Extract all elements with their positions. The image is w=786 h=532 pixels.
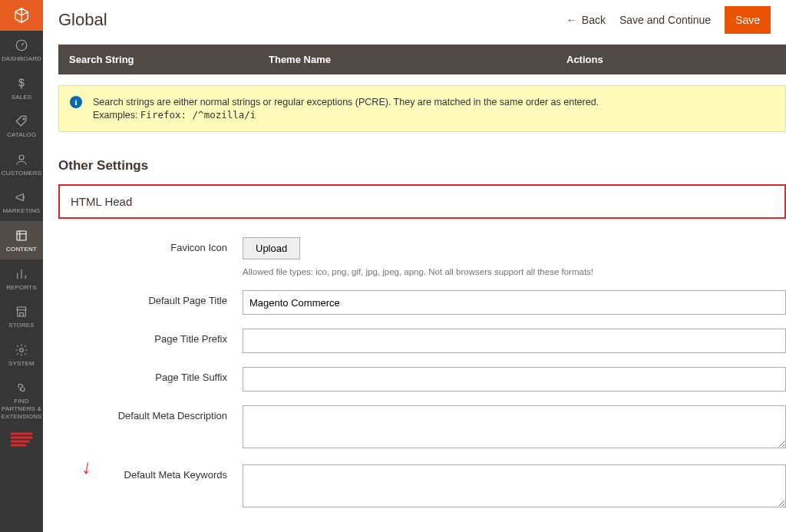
default-page-title-label: Default Page Title — [58, 290, 243, 306]
favicon-help-text: Allowed file types: ico, png, gif, jpg, … — [243, 267, 786, 276]
person-icon — [15, 153, 28, 167]
gear-icon — [15, 343, 28, 357]
link-icon — [15, 381, 28, 395]
dollar-icon — [15, 77, 28, 91]
panel-html-head-header[interactable]: HTML Head — [58, 184, 786, 219]
layers-icon — [15, 229, 28, 243]
default-page-title-input[interactable] — [243, 290, 786, 315]
sidebar-item-label: Customers — [2, 170, 41, 177]
page-title-suffix-label: Page Title Suffix — [58, 367, 243, 383]
html-head-form: Favicon Icon Upload Allowed file types: … — [58, 237, 786, 532]
sidebar-item-sales[interactable]: Sales — [0, 69, 43, 107]
sidebar-item-content[interactable]: Content — [0, 221, 43, 259]
info-examples-code: Firefox: /^mozilla/i — [140, 109, 256, 121]
bars-icon — [15, 267, 28, 281]
megaphone-icon — [15, 190, 28, 204]
sidebar-item-label: Find Partners & Extensions — [1, 398, 41, 420]
col-theme-name: Theme Name — [258, 45, 556, 74]
section-other-settings: Other Settings — [58, 158, 786, 173]
svg-point-4 — [20, 349, 24, 352]
sidebar-item-dashboard[interactable]: Dashboard — [0, 31, 43, 69]
sidebar-item-label: Content — [6, 246, 37, 253]
arrow-left-icon: ← — [566, 14, 577, 26]
col-actions: Actions — [556, 45, 786, 74]
back-button[interactable]: ← Back — [566, 14, 606, 26]
svg-point-1 — [23, 118, 25, 120]
favicon-upload-button[interactable]: Upload — [243, 237, 300, 259]
sidebar-item-label: Stores — [8, 322, 35, 329]
info-message: i Search strings are either normal strin… — [58, 85, 786, 132]
sidebar-item-label: Sales — [12, 94, 32, 101]
svg-rect-3 — [17, 231, 26, 240]
sidebar-item-label: Reports — [6, 284, 37, 292]
sidebar-item-label: System — [8, 360, 35, 368]
sidebar-item-find-partners-extensions[interactable]: Find Partners & Extensions — [0, 373, 43, 426]
magento-logo[interactable] — [0, 0, 43, 31]
save-and-continue-button[interactable]: Save and Continue — [619, 14, 711, 26]
info-text: Search strings are either normal strings… — [93, 97, 773, 107]
svg-point-2 — [19, 155, 24, 160]
favicon-icon-label: Favicon Icon — [58, 237, 243, 253]
design-rules-table-header: Search String Theme Name Actions — [58, 45, 786, 74]
sidebar-item-system[interactable]: System — [0, 335, 43, 374]
sidebar-item-label: Marketing — [3, 207, 41, 215]
page-title-suffix-input[interactable] — [243, 367, 786, 392]
sidebar-item-stores[interactable]: Stores — [0, 297, 43, 335]
info-icon: i — [70, 96, 82, 108]
admin-sidebar: DashboardSalesCatalogCustomersMarketingC… — [0, 0, 43, 532]
save-button[interactable]: Save — [725, 6, 771, 34]
page-title: Global — [58, 10, 566, 30]
dashboard-icon — [15, 38, 28, 52]
tag-icon — [15, 114, 28, 128]
col-search-string: Search String — [58, 45, 258, 74]
sidebar-item-label: Dashboard — [2, 55, 41, 63]
default-meta-description-label: Default Meta Description — [58, 405, 243, 421]
sidebar-item-customers[interactable]: Customers — [0, 145, 43, 183]
page-header: Global ← Back Save and Continue Save — [43, 0, 786, 45]
default-meta-description-input[interactable] — [243, 405, 786, 448]
redacted-icon — [10, 431, 33, 449]
sidebar-item-catalog[interactable]: Catalog — [0, 107, 43, 145]
page-title-prefix-input[interactable] — [243, 329, 786, 353]
sidebar-item-marketing[interactable]: Marketing — [0, 183, 43, 221]
storefront-icon — [15, 305, 28, 319]
sidebar-item-label: Catalog — [7, 131, 36, 139]
info-examples-label: Examples: — [93, 110, 137, 121]
sidebar-item-reports[interactable]: Reports — [0, 259, 43, 298]
page-title-prefix-label: Page Title Prefix — [58, 329, 243, 345]
